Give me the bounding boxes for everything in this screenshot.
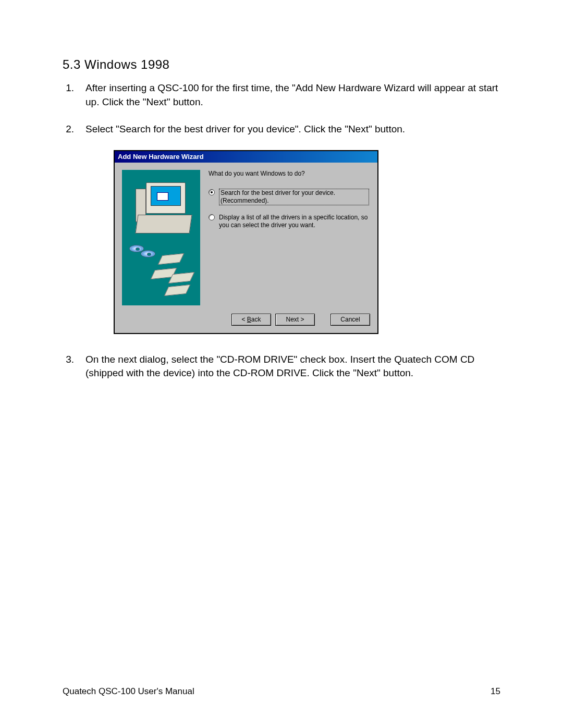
wizard-sidebar-graphic [122,170,200,305]
floppy-icon [164,285,191,296]
footer-doc-title: Quatech QSC-100 User's Manual [63,686,194,697]
cancel-button[interactable]: Cancel [331,314,370,326]
step-number: 3. [63,353,85,380]
step-number: 2. [63,122,85,137]
step-text: After inserting a QSC-100 for the first … [85,81,500,109]
page-footer: Quatech QSC-100 User's Manual 15 [63,686,500,697]
footer-page-number: 15 [491,686,500,697]
next-button-label: Next > [286,316,304,323]
cd-disc-icon [141,250,155,257]
back-button-label: < Back [241,316,261,323]
next-button[interactable]: Next > [275,314,315,326]
step-1: 1. After inserting a QSC-100 for the fir… [63,81,500,109]
step-2: 2. Select "Search for the best driver fo… [63,122,500,137]
step-text: Select "Search for the best driver for y… [85,122,500,137]
computer-desk-icon [135,215,192,233]
cd-disc-icon [129,245,144,252]
radio-label: Display a list of all the drivers in a s… [219,214,369,229]
radio-button-icon[interactable] [209,189,215,195]
section-heading: 5.3 Windows 1998 [63,57,500,72]
radio-label: Search for the best driver for your devi… [219,189,369,205]
computer-monitor-icon [146,182,186,214]
radio-button-icon[interactable] [209,214,215,220]
dialog-prompt: What do you want Windows to do? [209,170,369,177]
radio-option-display-driver-list[interactable]: Display a list of all the drivers in a s… [209,214,369,229]
back-button[interactable]: < Back [231,314,271,326]
step-3: 3. On the next dialog, select the "CD-RO… [63,353,500,380]
cancel-button-label: Cancel [340,316,360,323]
floppy-icon [158,253,185,265]
radio-option-search-best-driver[interactable]: Search for the best driver for your devi… [209,189,369,205]
step-number: 1. [63,81,85,109]
add-new-hardware-wizard-dialog: Add New Hardware Wizard What do you want… [114,150,378,334]
step-text: On the next dialog, select the "CD-ROM D… [85,353,500,380]
dialog-title: Add New Hardware Wizard [118,153,204,161]
dialog-titlebar: Add New Hardware Wizard [115,151,377,163]
